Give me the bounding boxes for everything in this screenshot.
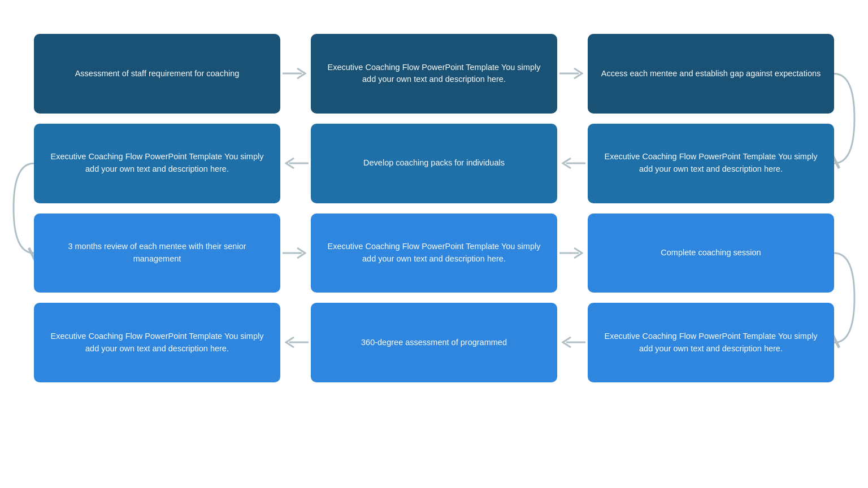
- flow-box: Develop coaching packs for individuals: [311, 124, 557, 203]
- arrow-container: [557, 34, 588, 114]
- flow-box: Access each mentee and establish gap aga…: [588, 34, 834, 114]
- arrow-icon: [281, 65, 310, 82]
- arrow-container: [557, 124, 588, 203]
- flow-box: Executive Coaching Flow PowerPoint Templ…: [311, 34, 557, 114]
- flow-box: Complete coaching session: [588, 213, 834, 293]
- arrow-container: [280, 303, 311, 382]
- arrow-icon: [281, 155, 310, 172]
- flow-grid: Assessment of staff requirement for coac…: [34, 34, 834, 382]
- arrow-icon: [558, 245, 587, 262]
- flow-box: Assessment of staff requirement for coac…: [34, 34, 280, 114]
- flow-box: Executive Coaching Flow PowerPoint Templ…: [588, 124, 834, 203]
- arrow-container: [557, 303, 588, 382]
- flow-box: 360-degree assessment of programmed: [311, 303, 557, 382]
- arrow-icon: [281, 334, 310, 351]
- arrow-icon: [281, 245, 310, 262]
- flow-box: Executive Coaching Flow PowerPoint Templ…: [34, 124, 280, 203]
- arrow-container: [280, 213, 311, 293]
- flow-box: Executive Coaching Flow PowerPoint Templ…: [588, 303, 834, 382]
- arrow-icon: [558, 155, 587, 172]
- arrow-icon: [558, 334, 587, 351]
- flow-box: 3 months review of each mentee with thei…: [34, 213, 280, 293]
- arrow-icon: [558, 65, 587, 82]
- arrow-container: [557, 213, 588, 293]
- arrow-container: [280, 124, 311, 203]
- flow-box: Executive Coaching Flow PowerPoint Templ…: [311, 213, 557, 293]
- arrow-container: [280, 34, 311, 114]
- page: Assessment of staff requirement for coac…: [0, 0, 868, 488]
- flow-box: Executive Coaching Flow PowerPoint Templ…: [34, 303, 280, 382]
